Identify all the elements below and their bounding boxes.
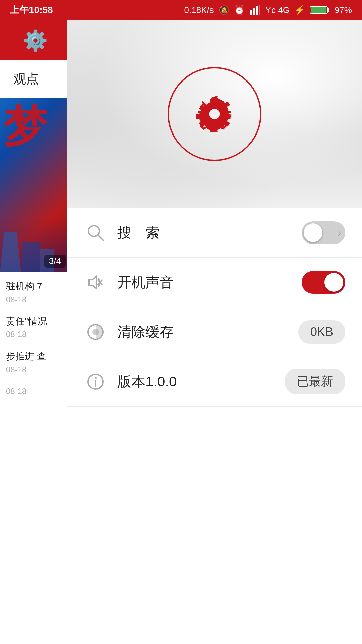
mute-icon: 🔕 bbox=[219, 5, 229, 15]
toggle-knob-on bbox=[324, 273, 343, 292]
svg-rect-0 bbox=[250, 10, 252, 15]
svg-marker-11 bbox=[89, 276, 97, 289]
list-item[interactable]: 驻机构 7 08-18 bbox=[0, 272, 70, 307]
search-toggle-switch[interactable]: › bbox=[302, 221, 345, 244]
toggle-arrow-icon: › bbox=[338, 226, 341, 239]
settings-row-cache: 清除缓存 0KB bbox=[67, 307, 362, 357]
sound-toggle[interactable] bbox=[302, 271, 345, 294]
toggle-knob bbox=[304, 223, 322, 242]
svg-rect-3 bbox=[259, 5, 260, 15]
settings-panel: 搜 索 › 开机声音 bbox=[67, 20, 362, 644]
search-icon bbox=[84, 221, 107, 245]
svg-rect-1 bbox=[253, 8, 255, 15]
status-time: 上午10:58 bbox=[10, 4, 53, 16]
cache-icon bbox=[84, 320, 107, 344]
sidebar: ⚙️ 观点 梦 3/4 驻机构 7 08-18 责任"情况 bbox=[0, 20, 70, 644]
sound-label: 开机声音 bbox=[117, 273, 292, 292]
search-label: 搜 索 bbox=[117, 223, 292, 242]
cache-button[interactable]: 0KB bbox=[298, 320, 345, 344]
signal-icon bbox=[249, 4, 261, 16]
search-toggle[interactable]: › bbox=[302, 221, 345, 244]
version-label: 版本1.0.0 bbox=[117, 372, 275, 391]
settings-gear-circle bbox=[168, 67, 261, 161]
list-item[interactable]: 08-18 bbox=[0, 377, 70, 399]
svg-point-17 bbox=[95, 377, 97, 379]
sidebar-nav-item[interactable]: 观点 bbox=[0, 60, 70, 98]
battery-icon bbox=[310, 5, 330, 15]
svg-line-10 bbox=[98, 235, 103, 240]
charging-icon: ⚡ bbox=[294, 5, 305, 15]
settings-row-version: 版本1.0.0 已最新 bbox=[67, 357, 362, 407]
network-speed: 0.18K/s bbox=[184, 5, 214, 15]
sidebar-news-list: 驻机构 7 08-18 责任"情况 08-18 步推进 查 08-18 08-1… bbox=[0, 272, 70, 399]
status-right: 0.18K/s 🔕 ⏰ Yc 4G ⚡ 97% bbox=[184, 4, 352, 16]
svg-rect-5 bbox=[311, 7, 326, 13]
cache-label: 清除缓存 bbox=[117, 323, 288, 341]
sidebar-image-block: 梦 3/4 bbox=[0, 98, 70, 272]
sound-icon bbox=[84, 271, 107, 294]
gear-icon-large bbox=[196, 96, 233, 132]
status-bar: 上午10:58 0.18K/s 🔕 ⏰ Yc 4G ⚡ 97% bbox=[0, 0, 362, 20]
svg-rect-2 bbox=[256, 6, 258, 15]
version-control[interactable]: 已最新 bbox=[285, 369, 345, 394]
battery-percent: 97% bbox=[335, 5, 352, 15]
svg-point-8 bbox=[209, 109, 220, 119]
carrier-label: Yc 4G bbox=[265, 5, 290, 15]
sound-toggle-switch[interactable] bbox=[302, 271, 345, 294]
settings-hero bbox=[67, 20, 362, 208]
settings-row-search: 搜 索 › bbox=[67, 208, 362, 258]
version-button[interactable]: 已最新 bbox=[285, 369, 345, 394]
list-item[interactable]: 责任"情况 08-18 bbox=[0, 307, 70, 342]
alarm-icon: ⏰ bbox=[234, 5, 245, 15]
cache-control[interactable]: 0KB bbox=[298, 320, 345, 344]
image-counter: 3/4 bbox=[44, 255, 66, 268]
info-icon bbox=[84, 370, 107, 393]
settings-icon-sidebar[interactable]: ⚙️ bbox=[23, 29, 48, 52]
svg-rect-6 bbox=[328, 8, 329, 12]
sidebar-header: ⚙️ bbox=[0, 20, 70, 60]
settings-row-sound: 开机声音 bbox=[67, 258, 362, 307]
list-item[interactable]: 步推进 查 08-18 bbox=[0, 342, 70, 377]
settings-list: 搜 索 › 开机声音 bbox=[67, 208, 362, 644]
